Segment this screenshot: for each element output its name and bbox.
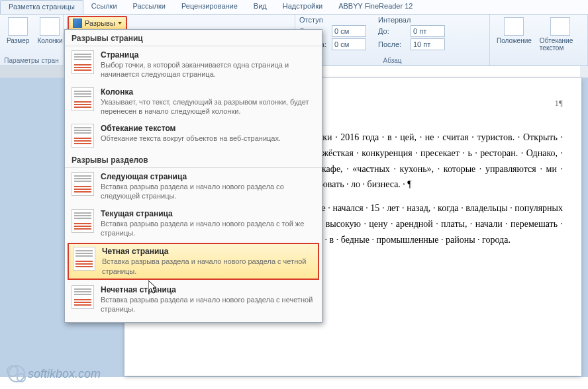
tab-addins[interactable]: Надстройки [275,0,330,14]
next-page-icon [72,172,94,196]
column-break-icon [72,87,94,111]
indent-left-input[interactable]: 0 см [332,25,366,37]
page-break-icon [72,50,94,74]
odd-page-icon [72,285,94,309]
page-params-label: Параметры стран [4,57,59,65]
spacing-after-label: После: [378,40,408,48]
breaks-dropdown-button[interactable]: Разрывы [68,16,127,30]
break-column-item[interactable]: Колонка Указывает, что текст, следующий … [65,83,322,120]
break-even-desc: Вставка разрыва раздела и начало нового … [102,257,314,276]
break-next-title: Следующая страница [101,172,315,181]
break-continuous-item[interactable]: Текущая страница Вставка разрыва раздела… [65,205,322,242]
break-next-desc: Вставка разрыва раздела и начало нового … [101,182,315,201]
tab-abbyy[interactable]: ABBYY FineReader 12 [330,0,420,14]
break-column-desc: Указывает, что текст, следующий за разры… [101,97,315,116]
section-breaks-heading: Разрывы разделов [65,151,322,168]
break-page-title: Страница [101,50,315,60]
break-cont-desc: Вставка разрыва раздела и начало нового … [101,219,315,238]
break-even-page-item[interactable]: Четная страница Вставка разрыва раздела … [68,243,319,280]
break-textwrap-desc: Обтекание текста вокруг объектов на веб-… [101,134,315,143]
break-textwrap-item[interactable]: Обтекание текстом Обтекание текста вокру… [65,120,322,151]
spacing-after-input[interactable]: 10 пт [411,38,445,50]
ribbon-tabs: Разметка страницы Ссылки Рассылки Реценз… [0,0,588,15]
breaks-icon [73,19,82,28]
spacing-before-label: До: [378,27,408,35]
watermark-text: softikbox.com [28,367,101,381]
watermark: softikbox.com [8,365,101,382]
tab-page-layout[interactable]: Разметка страницы [0,0,83,14]
tab-view[interactable]: Вид [246,0,275,14]
textwrap-break-icon [72,124,94,148]
tab-review[interactable]: Рецензирование [173,0,246,14]
chevron-down-icon [118,22,122,24]
breaks-label: Разрывы [85,19,115,27]
tab-mailings[interactable]: Рассылки [125,0,173,14]
break-odd-desc: Вставка разрыва раздела и начало нового … [101,295,315,314]
paragraph-label: Абзац [299,57,485,65]
break-page-item[interactable]: Страница Выбор точки, в которой заканчив… [65,46,322,83]
spacing-heading: Интервал [378,16,445,24]
break-odd-page-item[interactable]: Нечетная страница Вставка разрыва раздел… [65,281,322,318]
size-label: Размер [7,37,29,44]
break-next-page-item[interactable]: Следующая страница Вставка разрыва разде… [65,168,322,205]
mouse-cursor-icon [148,281,158,294]
even-page-icon [73,247,95,271]
columns-label: Колонки [37,37,62,44]
tab-links[interactable]: Ссылки [83,0,125,14]
wrap-text-button[interactable]: Обтекание текстом [537,16,583,53]
continuous-icon [72,209,94,233]
page-number: 1¶ [555,98,563,108]
break-page-desc: Выбор точки, в которой заканчивается одн… [101,60,315,79]
spacing-before-input[interactable]: 0 пт [411,25,445,37]
position-label: Положение [497,37,532,44]
wrap-label: Обтекание текстом [540,37,581,52]
columns-button[interactable]: Колонки [34,16,65,46]
indent-heading: Отступ [299,16,366,24]
page-breaks-heading: Разрывы страниц [65,30,322,46]
break-cont-title: Текущая страница [101,209,315,218]
break-odd-title: Нечетная страница [101,285,315,294]
break-column-title: Колонка [101,87,315,97]
break-even-title: Четная страница [102,247,314,256]
breaks-dropdown-menu: Разрывы страниц Страница Выбор точки, в … [64,29,322,323]
indent-right-input[interactable]: 0 см [332,38,366,50]
break-textwrap-title: Обтекание текстом [101,124,315,133]
position-button[interactable]: Положение [494,16,534,46]
size-button[interactable]: Размер [4,16,32,46]
watermark-logo-icon [8,365,25,382]
